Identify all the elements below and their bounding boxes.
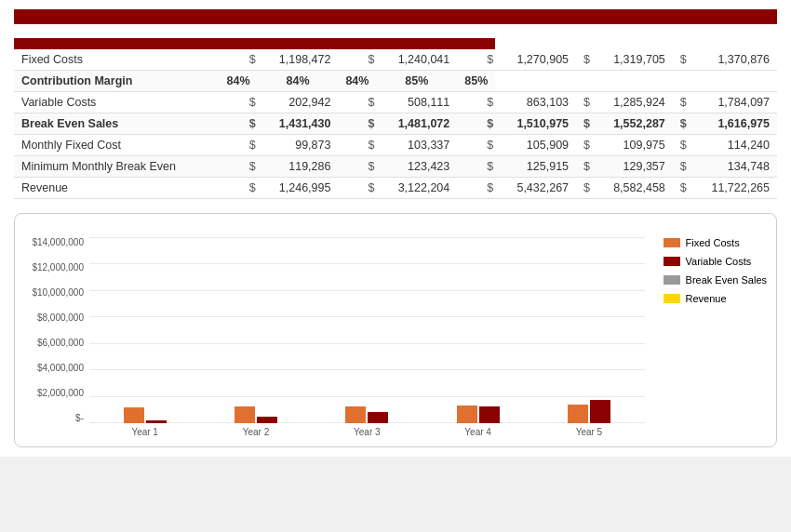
row-label: Break Even Sales <box>14 113 220 135</box>
cell-value: 1,240,041 <box>376 49 457 71</box>
row-label: Minimum Monthly Break Even <box>14 156 220 178</box>
cell-value: 8,582,458 <box>592 178 673 199</box>
cell-dollar-sign: $ <box>673 113 689 135</box>
cell-value: 3,122,204 <box>376 178 457 199</box>
y-axis-label: $14,000,000 <box>32 237 84 247</box>
col-header-y5 <box>457 38 495 49</box>
col-header-y3 <box>338 38 376 49</box>
page-title <box>14 9 777 24</box>
cell-value: 134,748 <box>689 156 777 178</box>
row-label: Contribution Margin <box>14 71 220 92</box>
y-axis-label: $12,000,000 <box>32 262 84 273</box>
cell-value: 109,975 <box>592 135 673 156</box>
x-axis-label: Year 4 <box>422 423 533 437</box>
cell-value: 1,285,924 <box>592 92 673 113</box>
legend-label: Fixed Costs <box>686 237 740 248</box>
legend-item: Fixed Costs <box>664 237 767 248</box>
legend-label: Break Even Sales <box>686 274 767 286</box>
y-axis-label: $6,000,000 <box>37 338 84 348</box>
cell-dollar-sign: $ <box>220 113 258 135</box>
cell-dollar-sign: $ <box>457 178 495 199</box>
cell-pct: 84% <box>258 71 339 92</box>
cell-dollar-sign: $ <box>673 135 689 156</box>
cell-dollar-sign: $ <box>338 178 376 199</box>
y-axis-label: $4,000,000 <box>37 363 84 373</box>
y-axis-label: $2,000,000 <box>37 388 84 398</box>
cell-dollar-sign: $ <box>673 178 689 199</box>
break-even-table: Fixed Costs$1,198,472$1,240,041$1,270,90… <box>14 38 777 199</box>
cell-dollar-sign: $ <box>457 113 495 135</box>
x-axis-label: Year 5 <box>533 423 644 437</box>
y-axis-label: $8,000,000 <box>37 313 84 323</box>
cell-dollar-sign: $ <box>576 178 592 199</box>
row-label: Fixed Costs <box>14 49 220 71</box>
cell-dollar-sign: $ <box>220 135 258 156</box>
cell-value: 508,111 <box>376 92 457 113</box>
cell-pct: 84% <box>220 71 258 92</box>
cell-value: 119,286 <box>258 156 339 178</box>
cell-value: 99,873 <box>258 135 339 156</box>
cell-pct: 84% <box>338 71 376 92</box>
cell-dollar-sign: $ <box>338 113 376 135</box>
cell-dollar-sign: $ <box>576 135 592 156</box>
cell-dollar-sign: $ <box>338 135 376 156</box>
cell-dollar-sign: $ <box>576 92 592 113</box>
cell-value: 1,198,472 <box>258 49 339 71</box>
cell-value: 1,246,995 <box>258 178 339 199</box>
cell-dollar-sign: $ <box>576 156 592 178</box>
legend-label: Revenue <box>686 293 727 304</box>
cell-dollar-sign: $ <box>457 92 495 113</box>
cell-dollar-sign: $ <box>457 156 495 178</box>
cell-pct: 85% <box>457 71 495 92</box>
legend-item: Revenue <box>664 293 767 304</box>
page: Fixed Costs$1,198,472$1,240,041$1,270,90… <box>0 0 791 457</box>
cell-value: 1,431,430 <box>258 113 339 135</box>
cell-dollar-sign: $ <box>338 156 376 178</box>
chart-container: $14,000,000$12,000,000$10,000,000$8,000,… <box>14 213 777 447</box>
cell-value: 1,784,097 <box>689 92 777 113</box>
cell-value: 1,552,287 <box>592 113 673 135</box>
col-header-label <box>14 38 220 49</box>
cell-dollar-sign: $ <box>576 49 592 71</box>
cell-value: 863,103 <box>495 92 576 113</box>
cell-dollar-sign: $ <box>673 156 689 178</box>
cell-value: 1,270,905 <box>495 49 576 71</box>
cell-value: 1,319,705 <box>592 49 673 71</box>
cell-dollar-sign: $ <box>457 135 495 156</box>
legend-color <box>664 294 680 303</box>
cell-value: 105,909 <box>495 135 576 156</box>
cell-dollar-sign: $ <box>220 92 258 113</box>
cell-value: 129,357 <box>592 156 673 178</box>
row-label: Variable Costs <box>14 92 220 113</box>
cell-dollar-sign: $ <box>457 49 495 71</box>
cell-dollar-sign: $ <box>576 113 592 135</box>
cell-value: 1,510,975 <box>495 113 576 135</box>
x-axis-label: Year 2 <box>200 423 311 437</box>
legend-color <box>664 238 680 247</box>
cell-dollar-sign: $ <box>338 49 376 71</box>
cell-value: 125,915 <box>495 156 576 178</box>
cell-dollar-sign: $ <box>673 49 689 71</box>
legend-item: Variable Costs <box>664 256 767 267</box>
legend-color <box>664 275 680 285</box>
cell-value: 1,616,975 <box>689 113 777 135</box>
legend-item: Break Even Sales <box>664 274 767 286</box>
cell-dollar-sign: $ <box>673 92 689 113</box>
cell-dollar-sign: $ <box>338 92 376 113</box>
cell-value: 114,240 <box>689 135 777 156</box>
col-header-y1 <box>220 38 258 49</box>
cell-dollar-sign: $ <box>220 156 258 178</box>
x-axis-label: Year 1 <box>89 423 200 437</box>
cell-value: 202,942 <box>258 92 339 113</box>
cell-value: 5,432,267 <box>495 178 576 199</box>
legend-color <box>664 257 680 266</box>
cell-pct: 85% <box>376 71 457 92</box>
cell-value: 103,337 <box>376 135 457 156</box>
y-axis: $14,000,000$12,000,000$10,000,000$8,000,… <box>24 237 89 423</box>
cell-value: 1,370,876 <box>689 49 777 71</box>
table-container: Fixed Costs$1,198,472$1,240,041$1,270,90… <box>14 38 777 199</box>
y-axis-label: $10,000,000 <box>32 287 84 298</box>
x-axis-label: Year 3 <box>312 423 422 437</box>
cell-value: 11,722,265 <box>689 178 777 199</box>
cell-dollar-sign: $ <box>220 49 258 71</box>
